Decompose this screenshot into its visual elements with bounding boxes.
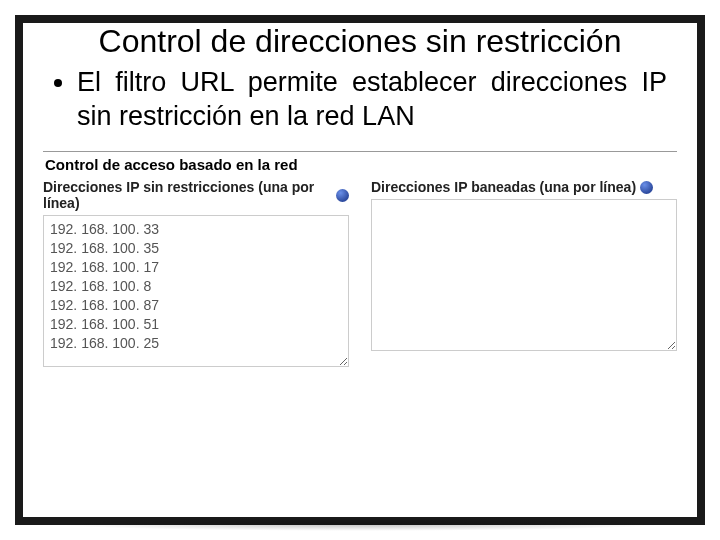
help-icon[interactable]	[640, 181, 653, 194]
bullet-item: El filtro URL permite establecer direcci…	[77, 66, 667, 134]
access-control-panel: Control de acceso basado en la red Direc…	[43, 151, 677, 367]
unrestricted-label: Direcciones IP sin restricciones (una po…	[43, 179, 332, 211]
slide-frame: Control de direcciones sin restricción E…	[15, 15, 705, 525]
slide-title: Control de direcciones sin restricción	[43, 23, 677, 60]
frame-shadow	[53, 517, 667, 531]
help-icon[interactable]	[336, 189, 349, 202]
bullet-list: El filtro URL permite establecer direcci…	[71, 66, 667, 134]
panel-heading: Control de acceso basado en la red	[45, 156, 677, 173]
unrestricted-column: Direcciones IP sin restricciones (una po…	[43, 179, 349, 367]
unrestricted-ips-input[interactable]	[43, 215, 349, 367]
panel-columns: Direcciones IP sin restricciones (una po…	[43, 179, 677, 367]
banned-label: Direcciones IP baneadas (una por línea)	[371, 179, 636, 195]
banned-column: Direcciones IP baneadas (una por línea)	[371, 179, 677, 367]
banned-ips-input[interactable]	[371, 199, 677, 351]
unrestricted-label-row: Direcciones IP sin restricciones (una po…	[43, 179, 349, 211]
banned-label-row: Direcciones IP baneadas (una por línea)	[371, 179, 677, 195]
